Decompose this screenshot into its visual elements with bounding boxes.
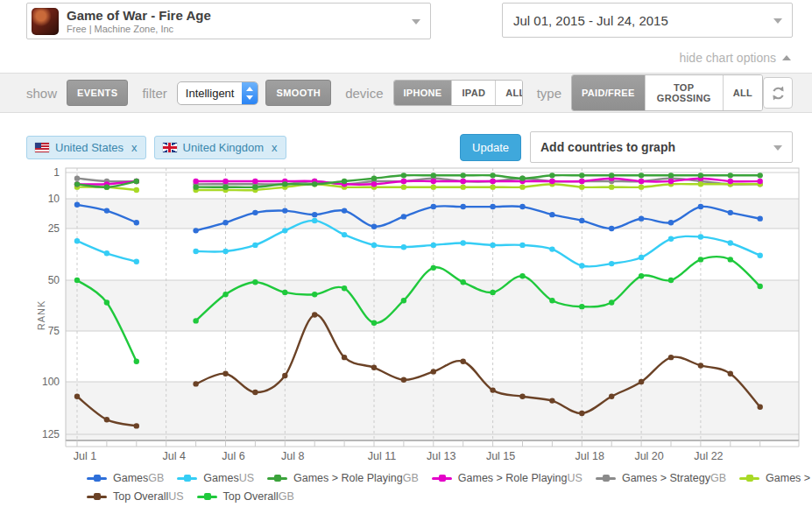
- country-tag-united-kingdom[interactable]: United Kingdomx: [154, 136, 286, 159]
- svg-text:Jul 18: Jul 18: [575, 450, 604, 462]
- legend-marker-icon: [739, 477, 759, 480]
- type-option-paid-free[interactable]: PAID/FREE: [572, 75, 645, 110]
- legend-series-name: Games: [203, 469, 238, 487]
- country-tag-label: United States: [55, 141, 124, 154]
- chart-options-toggle-row: hide chart options: [0, 39, 812, 73]
- filter-select-value: Intelligent: [186, 87, 235, 100]
- svg-text:125: 125: [42, 428, 60, 440]
- legend-series-name: Top Overall: [223, 488, 279, 505]
- chevron-up-icon: [782, 55, 791, 60]
- device-label: device: [345, 86, 383, 101]
- legend-item-games-strategy-gb[interactable]: Games > StrategyGB: [596, 469, 726, 487]
- type-option-all[interactable]: ALL: [723, 75, 762, 110]
- hide-chart-options-link[interactable]: hide chart options: [679, 51, 791, 65]
- top-bar: Game of War - Fire Age Free | Machine Zo…: [0, 0, 812, 39]
- legend-country-suffix: GB: [148, 469, 164, 487]
- app-title: Game of War - Fire Age: [67, 8, 211, 23]
- svg-text:75: 75: [48, 325, 60, 337]
- chevron-down-icon: [773, 18, 782, 24]
- legend-series-name: Games: [113, 469, 148, 487]
- smooth-button[interactable]: SMOOTH: [265, 80, 331, 106]
- gb-flag-icon: [163, 143, 177, 152]
- rank-chart-section: RANK 110255075100125Jul 1Jul 4Jul 6Jul 8…: [0, 167, 812, 505]
- app-selector[interactable]: Game of War - Fire Age Free | Machine Zo…: [26, 3, 431, 39]
- svg-text:Jul 4: Jul 4: [162, 450, 185, 462]
- device-option-iphone[interactable]: IPHONE: [394, 81, 452, 105]
- country-tag-label: United Kingdom: [183, 141, 265, 154]
- hide-chart-options-label: hide chart options: [679, 51, 776, 65]
- chevron-down-icon: [412, 19, 420, 25]
- svg-text:Jul 1: Jul 1: [74, 450, 96, 462]
- legend-country-suffix: US: [239, 469, 254, 487]
- svg-text:Jul 6: Jul 6: [222, 450, 244, 462]
- svg-text:Jul 20: Jul 20: [634, 450, 663, 462]
- type-label: type: [537, 86, 561, 101]
- svg-text:100: 100: [42, 376, 60, 388]
- svg-text:Jul 8: Jul 8: [281, 450, 304, 462]
- legend-item-games-role-playing-gb[interactable]: Games > Role PlayingGB: [267, 469, 419, 487]
- svg-text:Jul 15: Jul 15: [486, 450, 515, 462]
- svg-text:50: 50: [48, 274, 60, 286]
- legend-country-suffix: GB: [710, 469, 726, 487]
- device-option-ipad[interactable]: IPAD: [451, 81, 495, 105]
- legend-marker-icon: [267, 477, 287, 480]
- add-countries-select[interactable]: Add countries to graph: [530, 131, 793, 163]
- legend-series-name: Games > Strategy: [766, 469, 812, 487]
- app-rank-dashboard: Game of War - Fire Age Free | Machine Zo…: [0, 0, 812, 507]
- device-segmented-control: IPHONEIPADALL: [393, 80, 523, 106]
- legend-country-suffix: GB: [279, 488, 294, 505]
- legend-item-top-overall-gb[interactable]: Top OverallGB: [197, 488, 294, 505]
- legend-series-name: Games > Role Playing: [458, 469, 568, 487]
- legend-country-suffix: US: [568, 469, 583, 487]
- remove-country-icon[interactable]: x: [131, 141, 138, 154]
- legend-item-games-us[interactable]: GamesUS: [177, 469, 254, 487]
- legend-marker-icon: [177, 477, 197, 480]
- legend-country-suffix: GB: [403, 469, 419, 487]
- device-option-all[interactable]: ALL: [495, 81, 522, 105]
- legend-item-top-overall-us[interactable]: Top OverallUS: [87, 488, 184, 505]
- legend-series-name: Games > Strategy: [622, 469, 710, 487]
- svg-text:1: 1: [53, 167, 60, 179]
- date-range-value: Jul 01, 2015 - Jul 24, 2015: [513, 13, 668, 28]
- events-button[interactable]: EVENTS: [67, 80, 128, 106]
- us-flag-icon: [35, 143, 49, 152]
- chart-legend: GamesGBGamesUSGames > Role PlayingGBGame…: [0, 469, 812, 505]
- select-stepper-icon: [242, 82, 258, 104]
- add-countries-placeholder: Add countries to graph: [540, 140, 675, 154]
- legend-marker-icon: [197, 496, 217, 498]
- legend-item-games-strategy-us[interactable]: Games > StrategyUS: [739, 469, 812, 487]
- rank-chart[interactable]: 110255075100125Jul 1Jul 4Jul 6Jul 8Jul 1…: [0, 167, 812, 463]
- filter-label: filter: [142, 86, 166, 101]
- svg-text:Jul 11: Jul 11: [368, 450, 396, 462]
- remove-country-icon[interactable]: x: [272, 141, 278, 154]
- country-tags: United StatesxUnited Kingdomx: [26, 136, 294, 159]
- y-axis-title: RANK: [36, 300, 46, 331]
- chart-options-panel: show EVENTS filter Intelligent SMOOTH de…: [0, 73, 812, 113]
- svg-text:25: 25: [48, 222, 60, 235]
- update-button[interactable]: Update: [460, 134, 521, 161]
- app-subtitle: Free | Machine Zone, Inc: [67, 24, 211, 35]
- legend-country-suffix: US: [168, 488, 183, 505]
- app-selector-text: Game of War - Fire Age Free | Machine Zo…: [67, 8, 211, 35]
- legend-series-name: Games > Role Playing: [293, 469, 403, 487]
- legend-item-games-gb[interactable]: GamesGB: [87, 469, 164, 487]
- date-range-selector[interactable]: Jul 01, 2015 - Jul 24, 2015: [502, 3, 793, 38]
- legend-series-name: Top Overall: [113, 488, 168, 505]
- type-segmented-control: PAID/FREETOP GROSSINGALL: [571, 74, 763, 111]
- country-tag-united-states[interactable]: United Statesx: [26, 136, 146, 159]
- legend-item-games-role-playing-us[interactable]: Games > Role PlayingUS: [432, 469, 583, 487]
- show-label: show: [26, 86, 57, 101]
- type-option-top-grossing[interactable]: TOP GROSSING: [645, 75, 723, 110]
- filter-intelligent-select[interactable]: Intelligent: [177, 81, 259, 105]
- svg-text:10: 10: [48, 193, 60, 205]
- legend-marker-icon: [87, 496, 107, 498]
- refresh-button[interactable]: [763, 77, 793, 109]
- app-icon: [32, 8, 59, 35]
- legend-marker-icon: [596, 477, 616, 480]
- svg-text:Jul 13: Jul 13: [427, 450, 455, 462]
- legend-marker-icon: [432, 477, 452, 480]
- refresh-icon: [770, 85, 787, 102]
- chevron-down-icon: [773, 145, 782, 151]
- countries-row: United StatesxUnited Kingdomx Update Add…: [26, 131, 793, 163]
- svg-text:Jul 22: Jul 22: [694, 450, 723, 462]
